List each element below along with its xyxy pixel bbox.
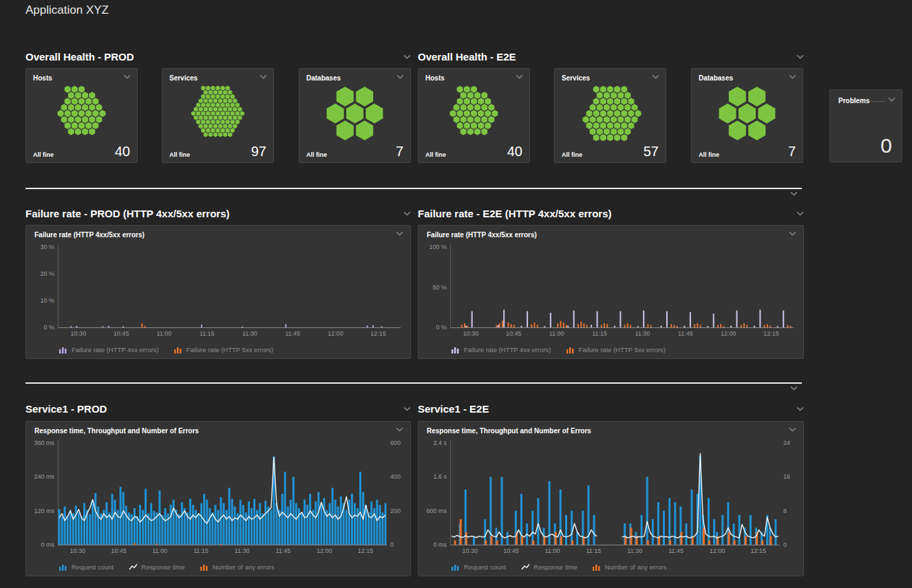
chevron-down-icon[interactable] <box>259 74 267 79</box>
chevron-down-icon[interactable] <box>123 74 131 79</box>
legend-label: Failure rate (HTTP 4xx errors) <box>464 346 551 353</box>
hexagon <box>233 107 237 111</box>
bar <box>767 324 768 327</box>
axis-tick-label: 10:30 <box>71 330 87 337</box>
bar <box>790 326 792 327</box>
bar <box>285 324 286 327</box>
bar <box>461 325 463 328</box>
chevron-down-icon[interactable] <box>888 97 895 102</box>
bar <box>723 326 724 327</box>
hexagon <box>478 110 484 117</box>
axis-tick-label: 11:45 <box>275 547 290 554</box>
bar <box>220 544 222 545</box>
bar <box>555 532 557 545</box>
chevron-down-icon[interactable] <box>790 386 798 391</box>
service_e2e-plot-svg <box>450 437 780 545</box>
tile-problems[interactable]: Problems 0 <box>829 89 902 162</box>
bar <box>367 325 368 327</box>
chevron-down-icon[interactable] <box>516 74 523 79</box>
bar <box>708 498 710 545</box>
bar <box>92 501 94 545</box>
chevron-down-icon[interactable] <box>396 74 404 79</box>
hexagon <box>72 98 78 105</box>
tile-hosts-e2e[interactable]: Hosts All fine40 <box>418 68 530 163</box>
chevron-down-icon[interactable] <box>796 211 804 216</box>
hexagon <box>218 116 222 120</box>
bar <box>499 323 500 327</box>
tile-hosts-prod[interactable]: Hosts All fine40 <box>25 68 138 163</box>
x-axis: 10:3010:4511:0011:1511:3011:4512:0012:15 <box>450 545 780 556</box>
chevron-down-icon[interactable] <box>396 231 403 236</box>
bar <box>593 515 595 545</box>
chart-tile-service1-e2e[interactable]: Response time, Throughput and Number of … <box>418 421 804 576</box>
bar <box>527 312 528 327</box>
chevron-down-icon[interactable] <box>789 231 796 236</box>
tile-services-e2e[interactable]: Services All fine57 <box>554 68 666 163</box>
hexagon <box>604 128 610 135</box>
chevron-down-icon[interactable] <box>796 54 804 59</box>
legend-item[interactable]: Request count <box>452 563 506 571</box>
chart-tile-service1-prod[interactable]: Response time, Throughput and Number of … <box>25 421 411 576</box>
bar <box>686 523 688 545</box>
hexagon <box>228 124 232 129</box>
legend-item[interactable]: Number of any errors <box>593 563 667 571</box>
hexagon <box>68 91 74 98</box>
honeycomb-svg <box>168 85 268 142</box>
hexagon <box>215 94 220 99</box>
legend-item[interactable]: Failure rate (HTTP 4xx errors) <box>59 346 159 353</box>
tile-services-prod[interactable]: Services All fine97 <box>162 68 274 163</box>
hexagon <box>99 110 105 117</box>
hexagon <box>485 110 491 117</box>
hexagon <box>213 98 218 103</box>
bar <box>284 472 286 545</box>
chevron-down-icon[interactable] <box>652 74 659 79</box>
bar <box>217 510 219 545</box>
bar <box>309 494 311 545</box>
legend-item[interactable]: Request count <box>59 563 114 571</box>
tile-databases-e2e[interactable]: Databases All fine7 <box>691 68 803 163</box>
hexagon <box>226 128 230 133</box>
chevron-down-icon[interactable] <box>403 211 411 216</box>
axis-tick-label: 30 % <box>40 243 54 250</box>
hexagon <box>65 86 71 93</box>
chevron-down-icon[interactable] <box>790 191 798 196</box>
chart-tile-failure-prod[interactable]: Failure rate (HTTP 4xx/5xx errors) 30 %2… <box>25 225 411 359</box>
chevron-down-icon[interactable] <box>789 74 796 79</box>
legend-item[interactable]: Number of any errors <box>200 563 275 571</box>
legend-item[interactable]: Response time <box>129 563 184 571</box>
hexagon <box>464 86 470 93</box>
legend-item[interactable]: Failure rate (HTTP 5xx errors) <box>566 346 666 353</box>
hexagon <box>464 110 470 117</box>
hexagon <box>213 116 218 120</box>
hexagon <box>233 124 237 129</box>
chevron-down-icon[interactable] <box>403 406 411 411</box>
bar <box>745 536 747 545</box>
hexagon <box>450 110 456 117</box>
hexagon <box>220 120 224 124</box>
chevron-down-icon[interactable] <box>403 54 411 59</box>
chevron-down-icon[interactable] <box>796 406 804 411</box>
hexagon <box>635 110 641 117</box>
legend-item[interactable]: Failure rate (HTTP 5xx errors) <box>174 346 274 353</box>
bar <box>128 512 130 545</box>
chevron-down-icon[interactable] <box>789 427 796 432</box>
tile-databases-prod[interactable]: Databases All fine7 <box>299 68 411 163</box>
bar <box>301 512 303 545</box>
chevron-down-icon[interactable] <box>396 427 403 432</box>
bar <box>531 511 533 545</box>
bar <box>566 325 567 328</box>
chart-title: Failure rate (HTTP 4xx/5xx errors) <box>34 231 145 239</box>
legend-item[interactable]: Failure rate (HTTP 4xx errors) <box>452 346 551 353</box>
hexagon <box>215 85 220 90</box>
chart-tile-failure-e2e[interactable]: Failure rate (HTTP 4xx/5xx errors) 100 %… <box>418 225 804 359</box>
axis-tick-label: 120 ms <box>34 508 54 514</box>
line-series <box>59 457 385 524</box>
bar <box>245 512 247 545</box>
bar <box>97 507 99 545</box>
bar <box>717 325 719 328</box>
bar <box>502 321 503 327</box>
axis-tick-label: 400 <box>390 473 401 480</box>
bar <box>141 323 142 327</box>
legend-item[interactable]: Response time <box>521 563 577 571</box>
hexagon <box>199 107 203 111</box>
